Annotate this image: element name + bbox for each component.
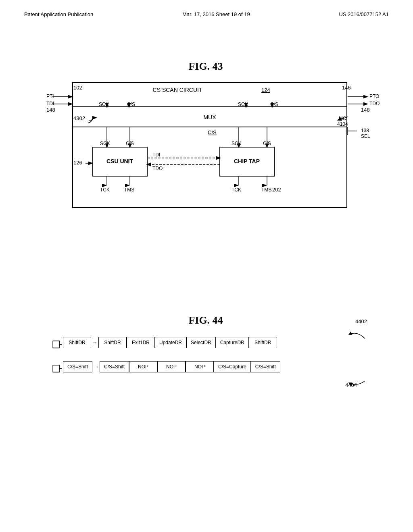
- svg-text:C/S: C/S: [263, 141, 271, 146]
- svg-text:138: 138: [361, 128, 369, 133]
- state-cell-nop-3: NOP: [186, 361, 214, 372]
- state-cell-shiftdr-2: ShiftDR: [98, 337, 127, 348]
- state-cell-shiftdr-1: ShiftDR: [63, 337, 91, 348]
- svg-text:SCK: SCK: [232, 141, 242, 146]
- svg-text:148: 148: [46, 107, 55, 113]
- arrow-1: →: [91, 339, 98, 346]
- svg-text:TMS: TMS: [261, 187, 271, 193]
- state-cell-capturedr: CaptureDR: [216, 337, 249, 348]
- svg-text:C/S: C/S: [127, 102, 135, 107]
- svg-text:SEL: SEL: [361, 133, 370, 139]
- svg-text:PTI: PTI: [46, 94, 54, 99]
- fig44-diagram: FIG. 44 4402 ⟥ ShiftDR → ShiftDR Exit1DR…: [40, 314, 371, 403]
- fig43-diagram: FIG. 43 CS SCAN CIRCUIT 124 MUX CSU UNIT…: [40, 60, 371, 230]
- svg-text:TMS: TMS: [124, 187, 134, 193]
- header-right: US 2016/0077152 A1: [339, 11, 389, 17]
- svg-text:TCK: TCK: [232, 187, 241, 193]
- state-row-2: ⟥ C/S=Shift → C/S=Shift NOP NOP NOP C/S=…: [52, 359, 280, 375]
- page-header: Patent Application Publication Mar. 17, …: [24, 11, 389, 17]
- svg-rect-0: [73, 83, 347, 208]
- header-center: Mar. 17, 2016 Sheet 19 of 19: [182, 11, 250, 17]
- svg-text:C/S: C/S: [270, 102, 278, 107]
- state-cell-csshift-2: C/S=Shift: [100, 361, 129, 372]
- svg-text:TDI: TDI: [152, 152, 160, 158]
- svg-text:C/S: C/S: [126, 141, 134, 146]
- state-row-1: ⟥ ShiftDR → ShiftDR Exit1DR UpdateDR Sel…: [52, 335, 277, 351]
- svg-text:TDO: TDO: [152, 166, 163, 171]
- svg-text:SCK: SCK: [100, 141, 110, 146]
- svg-text:4104: 4104: [337, 121, 348, 127]
- svg-text:C/S: C/S: [208, 129, 217, 135]
- bracket-left-row2: ⟥: [52, 359, 62, 375]
- state-cell-shiftdr-3: ShiftDR: [249, 337, 277, 348]
- state-cell-nop-2: NOP: [157, 361, 186, 372]
- svg-text:SCK: SCK: [238, 102, 248, 107]
- state-cell-csshift-1: C/S=Shift: [63, 361, 92, 372]
- svg-text:MUX: MUX: [203, 114, 216, 121]
- svg-text:146: 146: [342, 85, 351, 91]
- state-cell-nop-1: NOP: [129, 361, 157, 372]
- svg-text:PTO: PTO: [369, 94, 379, 99]
- svg-text:CHIP TAP: CHIP TAP: [234, 158, 260, 164]
- svg-text:SCK: SCK: [99, 102, 109, 107]
- state-cell-exit1dr: Exit1DR: [127, 337, 155, 348]
- svg-text:TCK: TCK: [100, 187, 110, 193]
- state-cell-selectdr: SelectDR: [186, 337, 216, 348]
- svg-text:202: 202: [272, 187, 281, 193]
- ref4402-arrow: [345, 328, 369, 341]
- state-cell-updatedr: UpdateDR: [155, 337, 186, 348]
- svg-text:CS SCAN CIRCUIT: CS SCAN CIRCUIT: [153, 87, 202, 93]
- state-cell-cscapture: C/S=Capture: [214, 361, 251, 372]
- ref4404-arrow: [345, 379, 369, 391]
- svg-text:126: 126: [73, 160, 82, 166]
- fig43-svg: CS SCAN CIRCUIT 124 MUX CSU UNIT CHIP TA…: [40, 60, 371, 230]
- svg-text:TDI: TDI: [46, 101, 54, 106]
- svg-text:CSU UNIT: CSU UNIT: [106, 158, 133, 164]
- header-left: Patent Application Publication: [24, 11, 93, 17]
- svg-text:124: 124: [261, 87, 270, 93]
- state-cell-csshift-3: C/S=Shift: [251, 361, 280, 372]
- svg-text:102: 102: [73, 85, 82, 91]
- svg-text:TDO: TDO: [369, 101, 380, 106]
- bracket-left-row1: ⟥: [52, 335, 62, 351]
- svg-text:4302: 4302: [73, 115, 85, 121]
- svg-text:148: 148: [361, 107, 370, 113]
- fig44-title: FIG. 44: [188, 314, 223, 326]
- arrow-2: →: [92, 364, 100, 370]
- ref-4402: 4402: [355, 318, 367, 324]
